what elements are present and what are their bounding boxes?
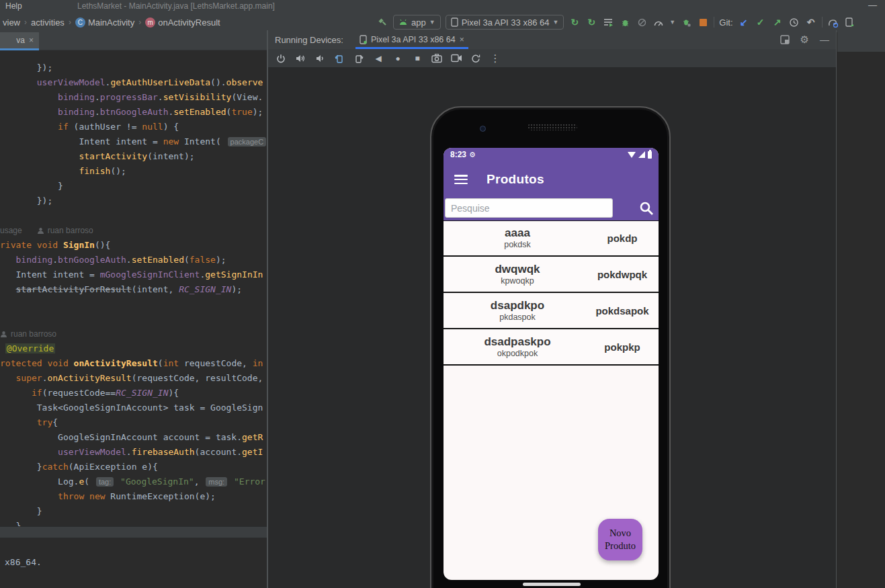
phone-screen[interactable]: 8:23 ⚙ Produtos <box>444 148 659 580</box>
close-icon[interactable]: × <box>460 35 464 44</box>
code-line: throw new RuntimeException(e); <box>0 489 267 504</box>
code-line: try{ <box>0 415 267 430</box>
code-line: } <box>0 519 267 526</box>
stop-icon[interactable] <box>697 16 709 28</box>
editor-tab-mainactivity[interactable]: va × <box>0 32 39 50</box>
device-tab-pixel3a[interactable]: Pixel 3a API 33 x86 64 × <box>353 30 471 49</box>
code-line: userViewModel.firebaseAuth(account.getI <box>0 445 267 460</box>
code-line: if(requestCode==RC_SIGN_IN){ <box>0 386 267 401</box>
app-title: Produtos <box>487 172 544 187</box>
code-line: if (authUser != null) { <box>0 120 267 134</box>
more-kebab-icon[interactable]: ⋮ <box>489 52 502 65</box>
status-time: 8:23 <box>450 150 466 159</box>
power-icon[interactable] <box>274 52 288 65</box>
title-bar: Help LethsMarket - MainActivity.java [Le… <box>0 0 885 12</box>
product-desc: kpwoqkp <box>501 276 534 286</box>
device-dropdown[interactable]: Pixel 3a API 33 x86 64▼ <box>446 15 564 30</box>
run-toolwindow-header[interactable] <box>0 526 267 538</box>
git-label: Git: <box>719 17 732 28</box>
debug-bug-icon[interactable] <box>619 16 631 28</box>
code-line: Intent intent = new Intent( packageC <box>0 134 267 149</box>
chevron-right-icon: › <box>69 17 71 27</box>
android-studio-window: Help LethsMarket - MainActivity.java [Le… <box>0 0 885 588</box>
run-toolwindow-output[interactable]: x86_64. <box>0 538 267 588</box>
product-row[interactable]: dsapdkpopkdaspokpokdsapok <box>444 293 659 329</box>
code-line: GoogleSignInAccount account = task.getR <box>0 430 267 445</box>
git-rollback-icon[interactable]: ↶ <box>805 16 817 28</box>
chevron-down-icon: ▼ <box>552 19 558 26</box>
product-row[interactable]: dsadpaskpookpodkpokpokpkp <box>444 329 659 366</box>
chevron-down-icon: ▼ <box>429 19 435 26</box>
pixel-3a-phone-frame: 8:23 ⚙ Produtos <box>430 106 671 588</box>
profile-bug-icon[interactable] <box>680 16 692 28</box>
search-input[interactable] <box>445 198 613 218</box>
git-update-icon[interactable]: ↙ <box>738 16 750 28</box>
hide-panel-icon[interactable]: — <box>820 34 829 45</box>
git-history-icon[interactable] <box>788 16 800 28</box>
home-icon[interactable]: ● <box>391 52 405 65</box>
build-hammer-icon[interactable] <box>376 16 388 28</box>
menu-help[interactable]: Help <box>0 1 28 11</box>
restore-layout-icon[interactable] <box>780 35 790 44</box>
running-devices-title: Running Devices: <box>268 35 353 45</box>
gear-icon[interactable]: ⚙ <box>800 34 809 46</box>
search-magnifier-icon[interactable] <box>638 200 656 218</box>
gradle-sync-icon[interactable] <box>827 16 839 28</box>
author-person-icon <box>37 227 48 235</box>
git-push-icon[interactable]: ↗ <box>771 16 784 28</box>
breadcrumb-activities[interactable]: activities <box>31 17 65 28</box>
hamburger-menu-icon[interactable] <box>454 175 468 184</box>
window-minimize-button[interactable]: — <box>868 0 877 10</box>
gauge-icon[interactable] <box>652 16 665 28</box>
product-code: pokdwpqk <box>586 257 659 292</box>
screenshot-camera-icon[interactable] <box>430 52 444 65</box>
device-manager-icon[interactable] <box>844 16 856 28</box>
code-line: Intent intent = mGoogleSignInClient.getS… <box>0 267 267 282</box>
window-title: LethsMarket - MainActivity.java [LethsMa… <box>77 1 275 11</box>
snapshot-reset-icon[interactable] <box>469 52 482 65</box>
back-icon[interactable]: ◀ <box>372 52 385 65</box>
rerun-icon[interactable]: ↻ <box>568 16 581 28</box>
right-chrome-strip <box>837 32 885 52</box>
code-line: @Override <box>0 341 267 356</box>
chevron-right-icon: › <box>138 17 141 27</box>
code-line: } <box>0 179 267 194</box>
product-desc: pokdsk <box>504 240 531 250</box>
product-name: dsadpaskpo <box>484 335 550 349</box>
new-product-label-line1: Novo <box>609 527 631 540</box>
product-row[interactable]: dwqwqkkpwoqkppokdwpqk <box>444 257 659 293</box>
profiler-icon[interactable] <box>636 16 648 28</box>
gesture-navigation-pill[interactable] <box>523 583 581 586</box>
product-row[interactable]: aaaapokdskpokdp <box>444 220 659 257</box>
toolbar-divider <box>822 17 823 28</box>
rerun-debug-icon[interactable]: ↻ <box>585 16 597 28</box>
code-line: super.onActivityResult(requestCode, resu… <box>0 371 267 386</box>
breadcrumb-onactivityresult[interactable]: monActivityResult <box>145 17 220 28</box>
close-icon[interactable]: × <box>29 36 34 45</box>
breadcrumb-mainactivity[interactable]: CMainActivity <box>75 17 134 28</box>
new-product-button[interactable]: Novo Produto <box>598 519 642 560</box>
product-code: pokdp <box>586 221 659 255</box>
rotate-right-icon[interactable] <box>352 52 366 65</box>
front-camera-dot <box>480 126 486 132</box>
run-list-icon[interactable] <box>602 16 614 28</box>
screen-record-icon[interactable] <box>450 52 463 65</box>
product-name: aaaa <box>505 226 530 240</box>
android-status-bar: 8:23 ⚙ <box>444 148 659 161</box>
new-product-label-line2: Produto <box>605 540 636 552</box>
volume-up-icon[interactable] <box>294 52 307 65</box>
code-line: Task<GoogleSignInAccount> task = GoogleS… <box>0 401 267 415</box>
breadcrumb: view › activities › CMainActivity › monA… <box>0 17 220 28</box>
code-line: binding.btnGoogleAuth.setEnabled(false); <box>0 253 267 267</box>
git-commit-icon[interactable]: ✓ <box>755 16 767 28</box>
code-editor[interactable]: }); userViewModel.getAuthUserLiveData().… <box>0 50 267 526</box>
rotate-left-icon[interactable] <box>333 52 346 65</box>
run-config-dropdown[interactable]: app▼ <box>393 15 441 30</box>
code-line <box>0 297 267 312</box>
class-icon: C <box>75 17 85 28</box>
breadcrumb-view[interactable]: view <box>3 17 20 28</box>
volume-down-icon[interactable] <box>313 52 327 65</box>
overview-icon[interactable]: ■ <box>411 52 424 65</box>
code-line: } <box>0 504 267 519</box>
chevron-down-icon[interactable]: ▼ <box>669 19 675 26</box>
